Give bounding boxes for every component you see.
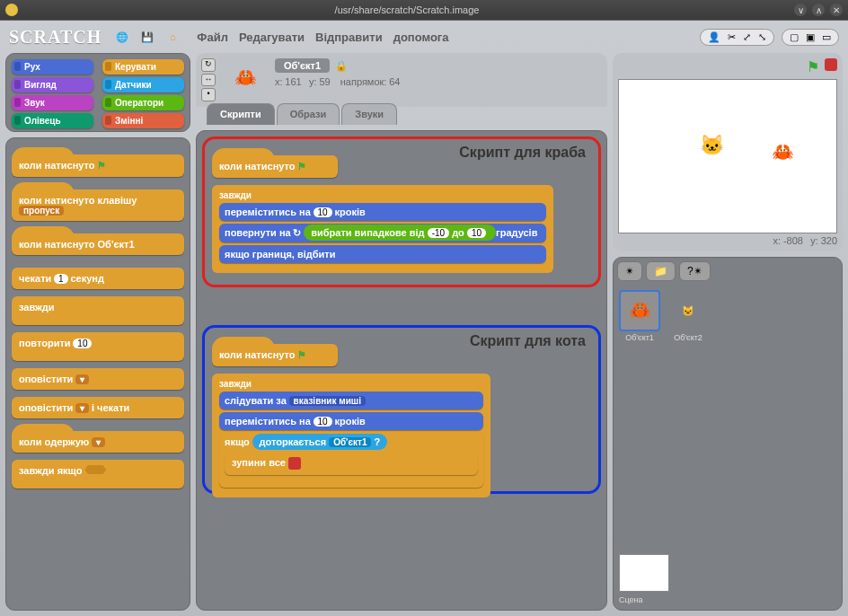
rotate-free-icon[interactable]: ↻ bbox=[201, 58, 216, 72]
window-title: /usr/share/scratch/Scratch.image bbox=[335, 4, 480, 15]
scratch-window: SCRATCH 🌐 💾 ⌂ Файл Редагувати Відправити… bbox=[0, 20, 848, 616]
cat-stop[interactable]: зупини все bbox=[225, 452, 478, 475]
sprite-item-1[interactable]: Об'єкт1 bbox=[619, 290, 660, 342]
crab-script-title: Скрипт для краба bbox=[459, 145, 586, 161]
palette-forever-if[interactable]: завжди якщо bbox=[12, 460, 184, 488]
sprite-name-field[interactable]: Об'єкт1 bbox=[275, 58, 330, 73]
crab-turn[interactable]: повернути на ↻ вибрати випадкове від -10… bbox=[219, 224, 546, 242]
block-palette: коли натиснуто ⚑ коли натиснуто клавішу … bbox=[5, 137, 190, 611]
stop-icon bbox=[288, 457, 301, 470]
app-icon bbox=[5, 4, 18, 16]
grow-icon[interactable]: ⤢ bbox=[743, 31, 751, 43]
sprite-list-panel: ✴ 📁 ?✴ Об'єкт1 🐱 Об'єкт2 Сце bbox=[613, 257, 843, 611]
category-Рух[interactable]: Рух bbox=[12, 59, 93, 75]
stop-button[interactable] bbox=[825, 58, 837, 71]
save-icon[interactable]: 💾 bbox=[137, 27, 157, 47]
tab-sounds[interactable]: Звуки bbox=[341, 103, 397, 125]
menu-share[interactable]: Відправити bbox=[315, 31, 383, 44]
paint-sprite-button[interactable]: ✴ bbox=[617, 261, 642, 281]
category-Вигляд[interactable]: Вигляд bbox=[12, 77, 93, 92]
choose-sprite-button[interactable]: 📁 bbox=[646, 261, 676, 281]
category-Керувати[interactable]: Керувати bbox=[102, 59, 184, 75]
shrink-icon[interactable]: ⤡ bbox=[758, 31, 766, 43]
category-Оператори[interactable]: Оператори bbox=[102, 95, 184, 110]
surprise-sprite-button[interactable]: ?✴ bbox=[679, 261, 711, 281]
tab-costumes[interactable]: Образи bbox=[277, 103, 340, 125]
palette-broadcast-wait[interactable]: оповістити ▾ і чекати bbox=[12, 397, 184, 418]
menu-file[interactable]: Файл bbox=[197, 31, 228, 44]
category-Датчики[interactable]: Датчики bbox=[102, 77, 184, 92]
palette-forever[interactable]: завжди bbox=[12, 296, 184, 325]
palette-when-flag[interactable]: коли натиснуто ⚑ bbox=[12, 154, 184, 177]
palette-broadcast[interactable]: оповістити ▾ bbox=[12, 368, 184, 390]
stamp-icon[interactable]: 👤 bbox=[708, 31, 720, 43]
stage-mouse-coords: x: -808 y: 320 bbox=[618, 235, 837, 246]
crab-hat[interactable]: коли натиснуто ⚑ bbox=[212, 155, 338, 178]
tab-scripts[interactable]: Скрипти bbox=[207, 103, 275, 125]
cut-icon[interactable]: ✂ bbox=[728, 31, 736, 43]
green-flag-button[interactable]: ⚑ bbox=[807, 58, 819, 75]
home-icon[interactable]: ⌂ bbox=[163, 27, 182, 47]
menu-help[interactable]: допомога bbox=[393, 31, 449, 44]
sprite-header: ↻ ↔ • Об'єкт1 🔒 x: 161 y: 59 bbox=[196, 53, 607, 125]
stage-thumbnail[interactable] bbox=[619, 554, 669, 592]
top-bar: SCRATCH 🌐 💾 ⌂ Файл Редагувати Відправити… bbox=[0, 21, 848, 53]
palette-when-sprite[interactable]: коли натиснуто Об'єкт1 bbox=[12, 233, 184, 255]
palette-receive[interactable]: коли одержую ▾ bbox=[12, 431, 184, 453]
random-operator[interactable]: вибрати випадкове від -10 до 10 bbox=[304, 224, 496, 241]
flag-icon: ⚑ bbox=[97, 160, 106, 172]
view-mode: ▢ ▣ ▭ bbox=[782, 29, 839, 46]
stage-thumb-area: Сцена bbox=[614, 549, 842, 610]
turn-arrow-icon: ↻ bbox=[293, 227, 301, 238]
close-button[interactable]: ✕ bbox=[830, 4, 843, 16]
cat-script-box: Скрипт для кота коли натиснуто ⚑ завжди … bbox=[202, 325, 601, 494]
large-stage-icon[interactable]: ▣ bbox=[806, 31, 815, 43]
category-Змінні[interactable]: Змінні bbox=[102, 113, 184, 128]
palette-repeat[interactable]: повторити 10 bbox=[12, 332, 184, 361]
present-icon[interactable]: ▭ bbox=[822, 31, 831, 43]
touching-sensor[interactable]: доторкається Об'єкт1 ? bbox=[252, 434, 388, 450]
crab-forever[interactable]: завжди переміститись на 10 кроків поверн… bbox=[212, 185, 553, 273]
flag-icon: ⚑ bbox=[297, 349, 306, 361]
category-panel: РухКеруватиВиглядДатчикиЗвукОператориОлі… bbox=[5, 53, 190, 132]
palette-wait[interactable]: чекати 1 секунд bbox=[12, 268, 184, 289]
rotate-none-icon[interactable]: • bbox=[201, 88, 216, 101]
small-stage-icon[interactable]: ▢ bbox=[790, 31, 799, 43]
cat-script-title: Скрипт для кота bbox=[470, 333, 586, 349]
crab-bounce[interactable]: якщо границя, відбити bbox=[219, 245, 546, 263]
stage-crab-sprite[interactable] bbox=[772, 143, 793, 166]
stage-cat-sprite[interactable]: 🐱 bbox=[700, 134, 724, 157]
cat-move[interactable]: переміститись на 10 кроків bbox=[219, 412, 483, 430]
rotate-lr-icon[interactable]: ↔ bbox=[201, 74, 216, 87]
script-area[interactable]: Скрипт для краба коли натиснуто ⚑ завжди… bbox=[196, 130, 607, 611]
cat-hat[interactable]: коли натиснуто ⚑ bbox=[212, 344, 338, 366]
sprite-tools: 👤 ✂ ⤢ ⤡ bbox=[700, 29, 774, 46]
stage-panel: ⚑ 🐱 x: -808 y: 320 bbox=[613, 53, 843, 251]
os-titlebar: /usr/share/scratch/Scratch.image ∨ ∧ ✕ bbox=[0, 0, 848, 20]
category-Звук[interactable]: Звук bbox=[12, 95, 93, 110]
sprite-coords: x: 161 y: 59 напрямок: 64 bbox=[275, 76, 602, 87]
sprite-item-2[interactable]: 🐱 Об'єкт2 bbox=[667, 290, 709, 342]
maximize-button[interactable]: ∧ bbox=[812, 4, 825, 16]
category-Олівець[interactable]: Олівець bbox=[12, 113, 93, 128]
globe-icon[interactable]: 🌐 bbox=[112, 27, 132, 47]
menu-edit[interactable]: Редагувати bbox=[239, 31, 305, 44]
crab-move[interactable]: переміститись на 10 кроків bbox=[219, 203, 546, 221]
cat-forever[interactable]: завжди слідувати за вказівник миші перем… bbox=[212, 374, 490, 497]
flag-icon: ⚑ bbox=[297, 161, 306, 172]
sprite-thumbnail bbox=[223, 58, 268, 98]
minimize-button[interactable]: ∨ bbox=[794, 4, 807, 16]
menu-bar: Файл Редагувати Відправити допомога bbox=[197, 31, 448, 44]
lock-icon[interactable]: 🔒 bbox=[335, 60, 348, 72]
palette-when-key[interactable]: коли натиснуто клавішу пропуск bbox=[12, 189, 184, 221]
cat-if[interactable]: якщо доторкається Об'єкт1 ? зупини все bbox=[219, 433, 483, 488]
stage[interactable]: 🐱 bbox=[618, 79, 837, 233]
cat-point[interactable]: слідувати за вказівник миші bbox=[219, 392, 483, 409]
crab-script-box: Скрипт для краба коли натиснуто ⚑ завжди… bbox=[202, 136, 601, 287]
logo: SCRATCH bbox=[9, 27, 102, 48]
